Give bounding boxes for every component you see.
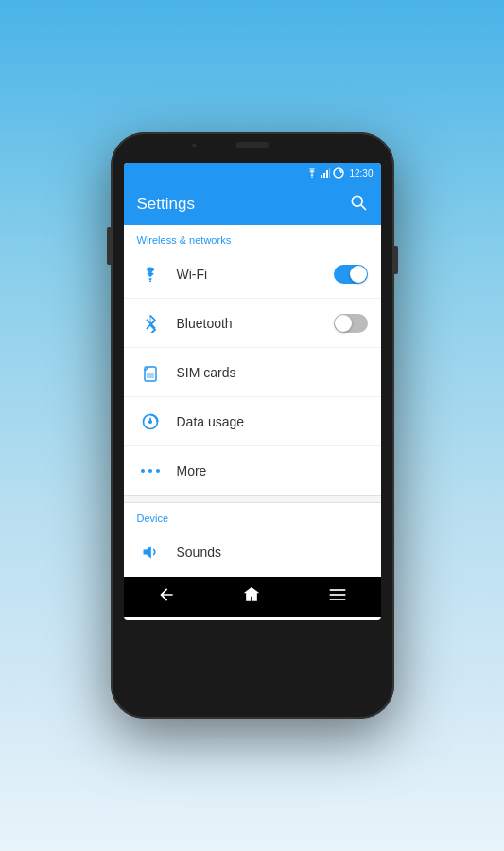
svg-rect-12 [147, 373, 154, 378]
data-usage-icon [137, 412, 164, 431]
power-button[interactable] [394, 246, 398, 274]
status-icons: 12:30 [306, 167, 373, 179]
wifi-toggle[interactable] [334, 265, 368, 284]
phone-device: 12:30 Settings Wireless & networks [111, 132, 394, 719]
speaker [235, 142, 269, 148]
svg-point-14 [148, 420, 151, 423]
wifi-label: Wi-Fi [177, 267, 334, 282]
svg-point-8 [149, 280, 151, 282]
status-time: 12:30 [349, 168, 373, 179]
signal-status-icon [321, 168, 330, 178]
sim-icon [137, 363, 164, 382]
more-icon [137, 467, 164, 475]
app-title: Settings [137, 195, 195, 214]
data-usage-label: Data usage [177, 414, 368, 429]
volume-button[interactable] [107, 227, 111, 265]
battery-status-icon [333, 167, 344, 179]
svg-rect-21 [330, 599, 346, 600]
back-button[interactable] [142, 578, 191, 617]
settings-item-bluetooth[interactable]: Bluetooth [124, 299, 381, 348]
app-bar: Settings [124, 183, 381, 225]
section-divider [124, 495, 381, 503]
settings-item-sounds[interactable]: Sounds [124, 528, 381, 577]
search-button[interactable] [349, 193, 368, 217]
nav-bar [124, 577, 381, 617]
section-header-device: Device [124, 503, 381, 528]
bluetooth-icon [137, 314, 164, 333]
phone-bottom [111, 620, 394, 658]
sounds-icon [137, 543, 164, 562]
bluetooth-toggle[interactable] [334, 314, 368, 333]
svg-rect-2 [323, 173, 325, 178]
svg-rect-1 [321, 175, 322, 178]
settings-item-more[interactable]: More [124, 446, 381, 495]
settings-item-data[interactable]: Data usage [124, 397, 381, 446]
svg-rect-4 [329, 168, 330, 178]
phone-top-bar [111, 132, 394, 159]
svg-rect-3 [326, 170, 328, 178]
svg-point-17 [156, 469, 160, 473]
sounds-label: Sounds [177, 545, 368, 560]
status-bar: 12:30 [124, 163, 381, 183]
section-header-wireless: Wireless & networks [124, 225, 381, 250]
svg-marker-18 [143, 546, 150, 558]
search-icon [349, 193, 368, 212]
phone-screen: 12:30 Settings Wireless & networks [124, 163, 381, 620]
wifi-status-icon [306, 168, 318, 178]
svg-point-15 [141, 469, 145, 473]
wifi-icon [137, 267, 164, 282]
svg-line-7 [360, 204, 365, 209]
svg-rect-19 [330, 589, 346, 591]
sim-label: SIM cards [177, 365, 368, 380]
menu-button[interactable] [313, 578, 362, 617]
settings-item-sim[interactable]: SIM cards [124, 348, 381, 397]
svg-point-0 [312, 176, 314, 178]
settings-content: Wireless & networks Wi-Fi [124, 225, 381, 577]
svg-point-16 [148, 469, 152, 473]
more-label: More [177, 463, 368, 478]
svg-rect-20 [330, 594, 346, 596]
camera [191, 142, 198, 148]
settings-item-wifi[interactable]: Wi-Fi [124, 250, 381, 299]
bluetooth-label: Bluetooth [177, 316, 334, 331]
home-button[interactable] [227, 578, 276, 617]
